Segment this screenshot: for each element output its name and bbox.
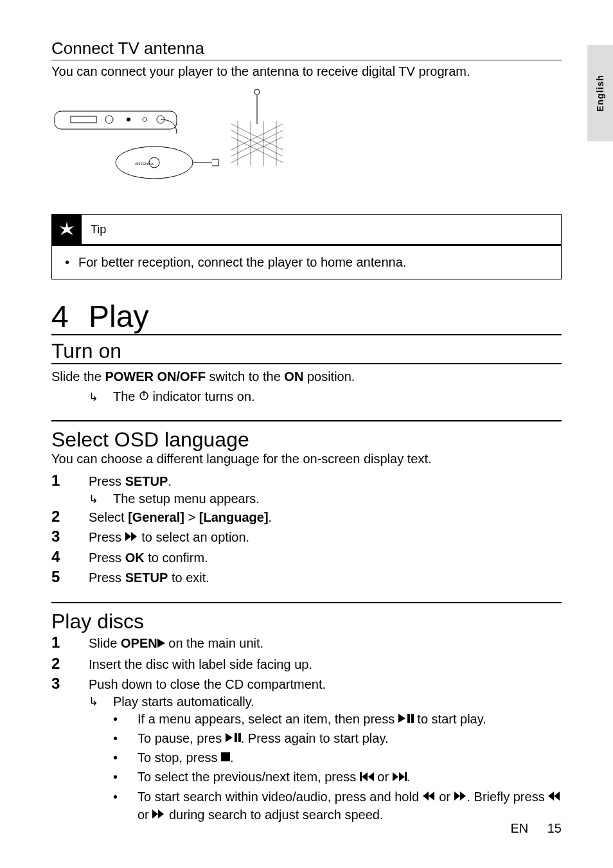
fast-forward-icon [152,806,165,823]
tip-asterisk-icon [52,215,82,244]
discs-step-1: 1 Slide OPEN on the main unit. [51,633,562,653]
osd-step-3: 3 Press to select an option. [51,527,562,547]
discs-step-2: 2 Insert the disc with label side facing… [51,655,562,673]
antenna-diagram: ANTENNA [51,85,296,201]
skip-previous-icon [360,768,374,786]
osd-step-4: 4 Press OK to confirm. [51,548,562,567]
turn-on-instruction: Slide the POWER ON/OFF switch to the ON … [51,369,562,384]
page-content: Connect TV antenna You can connect your … [0,0,613,851]
svg-rect-26 [221,752,230,761]
osd-step-1: 1 Press SETUP. [51,472,562,490]
page-footer: EN 15 [510,821,562,836]
tip-content: • For better reception, connect the play… [52,246,561,279]
result-arrow-icon: ↳ [89,695,113,709]
svg-point-2 [105,116,113,123]
footer-page-number: 15 [547,821,562,835]
discs-bullet-3: • To stop, press . [113,749,562,767]
discs-bullet-2: • To pause, pres . Press again to start … [113,730,562,748]
play-pause-icon [398,710,414,727]
svg-rect-27 [360,772,362,781]
play-icon [157,635,165,652]
discs-step-3: 3 Push down to close the CD compartment. [51,675,562,693]
stop-icon [221,748,230,766]
power-indicator-icon [139,389,149,403]
rewind-icon [423,788,436,805]
result-arrow-icon: ↳ [89,492,113,506]
discs-bullet-4: • To select the previous/next item, pres… [113,768,562,786]
discs-bullet-1: • If a menu appears, select an item, the… [113,711,562,729]
chapter-heading: 4 Play [51,299,562,335]
fast-forward-icon [125,528,138,545]
svg-rect-24 [235,733,237,742]
osd-step-1-result: ↳ The setup menu appears. [89,492,562,506]
play-pause-icon [226,729,241,747]
svg-rect-28 [405,772,407,781]
tip-box: Tip • For better reception, connect the … [51,214,562,279]
tip-text: For better reception, connect the player… [78,255,406,270]
svg-rect-0 [55,111,177,129]
svg-point-4 [143,118,147,121]
svg-rect-22 [407,714,410,723]
diagram-antenna-label: ANTENNA [135,162,154,166]
osd-step-5: 5 Press SETUP to exit. [51,568,562,587]
chapter-number: 4 [51,299,89,334]
svg-point-6 [116,146,193,179]
heading-turn-on: Turn on [51,339,562,364]
skip-next-icon [393,768,407,786]
fast-forward-icon [454,788,467,805]
svg-rect-25 [238,733,241,742]
svg-rect-1 [71,116,96,123]
svg-rect-23 [411,714,414,723]
text-connect-intro: You can connect your player to the anten… [51,64,562,79]
heading-osd: Select OSD language [51,428,562,452]
turn-on-result: ↳ The indicator turns on. [89,389,562,405]
discs-bullet-5: • To start search within video/audio, pr… [113,788,562,824]
footer-lang: EN [510,821,528,835]
osd-step-2: 2 Select [General] > [Language]. [51,508,562,526]
chapter-title: Play [89,299,148,334]
bullet-icon: • [65,255,69,270]
tip-label: Tip [91,223,106,236]
rewind-icon [548,788,561,805]
result-arrow-icon: ↳ [89,390,113,404]
discs-step-3-result: ↳ Play starts automatically. [89,695,562,709]
svg-point-3 [127,118,130,121]
tip-header: Tip [52,215,561,246]
svg-point-9 [254,89,260,94]
heading-play-discs: Play discs [51,610,562,633]
osd-intro: You can choose a different language for … [51,452,562,466]
heading-connect-antenna: Connect TV antenna [51,39,562,60]
